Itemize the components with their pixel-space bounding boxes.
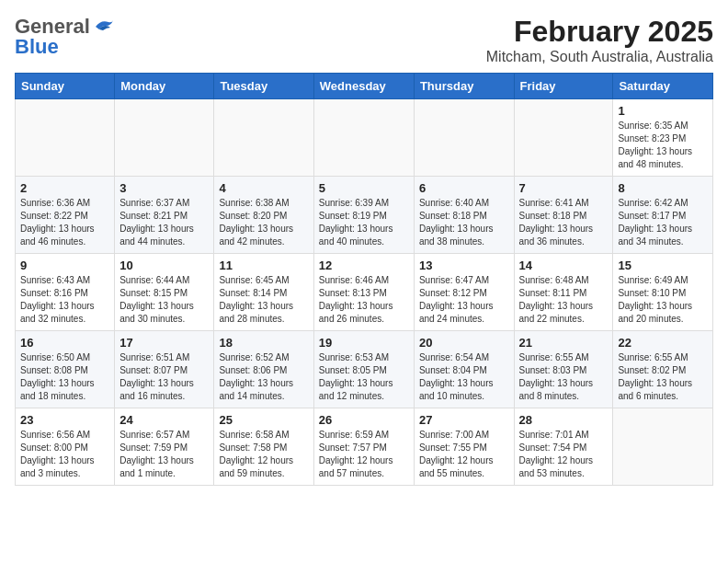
day-number: 6 [419, 181, 509, 195]
table-row: 18Sunrise: 6:52 AM Sunset: 8:06 PM Dayli… [214, 331, 313, 408]
day-info: Sunrise: 6:36 AM Sunset: 8:22 PM Dayligh… [20, 197, 109, 248]
page-header: General Blue February 2025 Mitcham, Sout… [15, 15, 713, 65]
col-friday: Friday [514, 74, 613, 99]
title-block: February 2025 Mitcham, South Australia, … [486, 15, 713, 65]
col-monday: Monday [115, 74, 214, 99]
day-number: 17 [119, 336, 209, 350]
day-info: Sunrise: 6:45 AM Sunset: 8:14 PM Dayligh… [219, 274, 308, 326]
table-row: 3Sunrise: 6:37 AM Sunset: 8:21 PM Daylig… [115, 177, 214, 254]
day-number: 5 [319, 181, 409, 195]
table-row: 2Sunrise: 6:36 AM Sunset: 8:22 PM Daylig… [16, 177, 115, 254]
day-info: Sunrise: 6:52 AM Sunset: 8:06 PM Dayligh… [219, 351, 308, 403]
calendar-subtitle: Mitcham, South Australia, Australia [486, 49, 713, 65]
table-row: 26Sunrise: 6:59 AM Sunset: 7:57 PM Dayli… [313, 408, 414, 486]
calendar-header-row: Sunday Monday Tuesday Wednesday Thursday… [16, 74, 713, 99]
table-row: 15Sunrise: 6:49 AM Sunset: 8:10 PM Dayli… [613, 254, 713, 331]
table-row: 12Sunrise: 6:46 AM Sunset: 8:13 PM Dayli… [313, 254, 414, 331]
day-info: Sunrise: 6:46 AM Sunset: 8:13 PM Dayligh… [319, 274, 409, 326]
table-row: 1Sunrise: 6:35 AM Sunset: 8:23 PM Daylig… [613, 99, 713, 177]
table-row: 16Sunrise: 6:50 AM Sunset: 8:08 PM Dayli… [16, 331, 115, 408]
logo-blue: Blue [15, 35, 59, 59]
table-row [214, 99, 313, 177]
day-number: 24 [119, 413, 209, 427]
day-number: 15 [618, 259, 708, 272]
day-info: Sunrise: 6:39 AM Sunset: 8:19 PM Dayligh… [319, 197, 409, 248]
logo-bird-icon [94, 18, 114, 35]
day-info: Sunrise: 6:54 AM Sunset: 8:04 PM Dayligh… [419, 351, 509, 403]
day-number: 12 [319, 259, 409, 272]
table-row: 24Sunrise: 6:57 AM Sunset: 7:59 PM Dayli… [115, 408, 214, 486]
table-row [514, 99, 613, 177]
day-number: 19 [319, 336, 409, 350]
table-row: 7Sunrise: 6:41 AM Sunset: 8:18 PM Daylig… [514, 177, 613, 254]
day-info: Sunrise: 6:55 AM Sunset: 8:03 PM Dayligh… [519, 351, 609, 403]
table-row [115, 99, 214, 177]
day-number: 9 [20, 259, 109, 272]
table-row: 8Sunrise: 6:42 AM Sunset: 8:17 PM Daylig… [613, 177, 713, 254]
col-saturday: Saturday [613, 74, 713, 99]
table-row: 23Sunrise: 6:56 AM Sunset: 8:00 PM Dayli… [16, 408, 115, 486]
day-number: 23 [20, 413, 109, 427]
day-info: Sunrise: 6:53 AM Sunset: 8:05 PM Dayligh… [319, 351, 409, 403]
logo: General Blue [15, 15, 114, 59]
table-row [613, 408, 713, 486]
table-row [16, 99, 115, 177]
calendar-week-row: 2Sunrise: 6:36 AM Sunset: 8:22 PM Daylig… [16, 177, 713, 254]
day-info: Sunrise: 7:01 AM Sunset: 7:54 PM Dayligh… [519, 429, 609, 480]
day-number: 26 [319, 413, 409, 427]
day-number: 2 [20, 181, 109, 195]
calendar-week-row: 9Sunrise: 6:43 AM Sunset: 8:16 PM Daylig… [16, 254, 713, 331]
table-row: 5Sunrise: 6:39 AM Sunset: 8:19 PM Daylig… [313, 177, 414, 254]
day-number: 1 [618, 104, 708, 118]
day-number: 16 [20, 336, 109, 350]
day-info: Sunrise: 6:57 AM Sunset: 7:59 PM Dayligh… [119, 429, 209, 480]
day-info: Sunrise: 6:44 AM Sunset: 8:15 PM Dayligh… [119, 274, 209, 326]
table-row: 11Sunrise: 6:45 AM Sunset: 8:14 PM Dayli… [214, 254, 313, 331]
day-number: 21 [519, 336, 609, 350]
day-info: Sunrise: 6:41 AM Sunset: 8:18 PM Dayligh… [519, 197, 609, 248]
table-row: 13Sunrise: 6:47 AM Sunset: 8:12 PM Dayli… [414, 254, 514, 331]
day-number: 13 [419, 259, 509, 272]
col-wednesday: Wednesday [313, 74, 414, 99]
day-info: Sunrise: 6:55 AM Sunset: 8:02 PM Dayligh… [618, 351, 708, 403]
day-number: 11 [219, 259, 308, 272]
day-number: 22 [618, 336, 708, 350]
day-number: 8 [618, 181, 708, 195]
day-number: 14 [519, 259, 609, 272]
day-info: Sunrise: 6:37 AM Sunset: 8:21 PM Dayligh… [119, 197, 209, 248]
col-thursday: Thursday [414, 74, 514, 99]
day-number: 4 [219, 181, 308, 195]
day-number: 3 [119, 181, 209, 195]
day-number: 28 [519, 413, 609, 427]
calendar-week-row: 1Sunrise: 6:35 AM Sunset: 8:23 PM Daylig… [16, 99, 713, 177]
day-info: Sunrise: 6:50 AM Sunset: 8:08 PM Dayligh… [20, 351, 109, 403]
day-info: Sunrise: 6:51 AM Sunset: 8:07 PM Dayligh… [119, 351, 209, 403]
day-info: Sunrise: 6:58 AM Sunset: 7:58 PM Dayligh… [219, 429, 308, 480]
calendar-title: February 2025 [486, 15, 713, 49]
day-info: Sunrise: 6:35 AM Sunset: 8:23 PM Dayligh… [618, 120, 708, 171]
day-info: Sunrise: 6:42 AM Sunset: 8:17 PM Dayligh… [618, 197, 708, 248]
table-row [414, 99, 514, 177]
day-number: 27 [419, 413, 509, 427]
table-row: 28Sunrise: 7:01 AM Sunset: 7:54 PM Dayli… [514, 408, 613, 486]
table-row: 20Sunrise: 6:54 AM Sunset: 8:04 PM Dayli… [414, 331, 514, 408]
calendar-week-row: 16Sunrise: 6:50 AM Sunset: 8:08 PM Dayli… [16, 331, 713, 408]
calendar-week-row: 23Sunrise: 6:56 AM Sunset: 8:00 PM Dayli… [16, 408, 713, 486]
day-number: 18 [219, 336, 308, 350]
day-info: Sunrise: 7:00 AM Sunset: 7:55 PM Dayligh… [419, 429, 509, 480]
table-row: 9Sunrise: 6:43 AM Sunset: 8:16 PM Daylig… [16, 254, 115, 331]
table-row: 6Sunrise: 6:40 AM Sunset: 8:18 PM Daylig… [414, 177, 514, 254]
day-info: Sunrise: 6:56 AM Sunset: 8:00 PM Dayligh… [20, 429, 109, 480]
table-row: 17Sunrise: 6:51 AM Sunset: 8:07 PM Dayli… [115, 331, 214, 408]
table-row [313, 99, 414, 177]
table-row: 4Sunrise: 6:38 AM Sunset: 8:20 PM Daylig… [214, 177, 313, 254]
day-info: Sunrise: 6:47 AM Sunset: 8:12 PM Dayligh… [419, 274, 509, 326]
day-number: 7 [519, 181, 609, 195]
day-info: Sunrise: 6:48 AM Sunset: 8:11 PM Dayligh… [519, 274, 609, 326]
col-sunday: Sunday [16, 74, 115, 99]
table-row: 10Sunrise: 6:44 AM Sunset: 8:15 PM Dayli… [115, 254, 214, 331]
day-info: Sunrise: 6:49 AM Sunset: 8:10 PM Dayligh… [618, 274, 708, 326]
day-number: 25 [219, 413, 308, 427]
day-info: Sunrise: 6:40 AM Sunset: 8:18 PM Dayligh… [419, 197, 509, 248]
day-number: 20 [419, 336, 509, 350]
